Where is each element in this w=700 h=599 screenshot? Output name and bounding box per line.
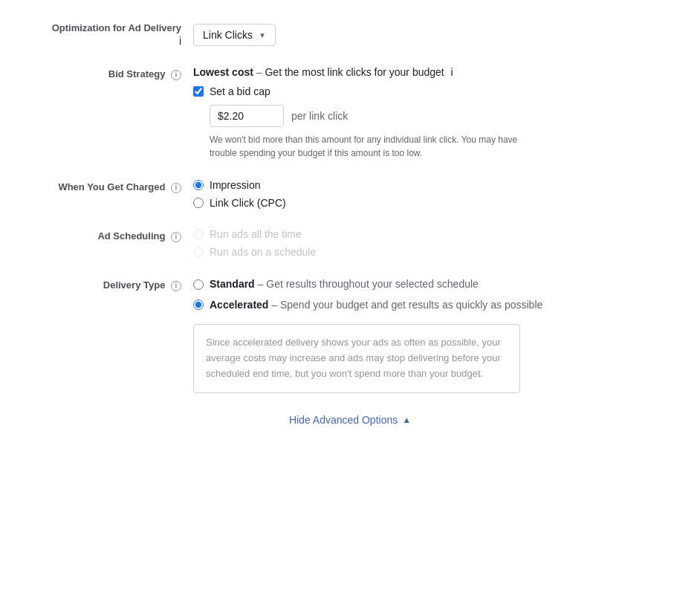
accelerated-delivery-row: Accelerated – Spend your budget and get … <box>193 298 670 313</box>
link-click-cpc-label[interactable]: Link Click (CPC) <box>210 197 286 209</box>
optimization-label: Optimization for Ad Delivery <box>52 22 181 33</box>
bid-strategy-dash: – <box>253 66 265 78</box>
bid-strategy-title: Lowest cost – Get the most link clicks f… <box>193 66 670 78</box>
standard-label-strong: Standard <box>210 278 255 290</box>
ad-scheduling-content: Run ads all the time Run ads on a schedu… <box>193 227 670 258</box>
run-ads-all-time-row: Run ads all the time <box>193 228 670 240</box>
accelerated-label-desc: – Spend your budget and get results as q… <box>268 299 542 311</box>
bid-strategy-strong: Lowest cost <box>193 66 253 78</box>
run-ads-all-time-label: Run ads all the time <box>210 228 302 240</box>
when-charged-content: Impression Link Click (CPC) <box>193 178 670 209</box>
delivery-type-content: Standard – Get results throughout your s… <box>193 276 670 393</box>
accelerated-note: Since accelerated delivery shows your ad… <box>193 324 520 392</box>
accelerated-delivery-label[interactable]: Accelerated – Spend your budget and get … <box>210 298 542 313</box>
standard-delivery-row: Standard – Get results throughout your s… <box>193 277 670 292</box>
hide-advanced-link[interactable]: Hide Advanced Options <box>289 414 398 426</box>
impression-radio[interactable] <box>193 180 204 190</box>
delivery-type-label: Delivery Type i <box>30 276 193 292</box>
dropdown-arrow-icon: ▼ <box>259 31 266 39</box>
when-charged-info-icon[interactable]: i <box>171 183 181 193</box>
run-ads-all-time-radio[interactable] <box>193 229 204 239</box>
bid-cap-checkbox-row: Set a bid cap <box>193 85 670 97</box>
bid-strategy-info-icon[interactable]: i <box>171 70 181 80</box>
link-click-radio-row: Link Click (CPC) <box>193 197 670 209</box>
bid-cap-label[interactable]: Set a bid cap <box>210 85 270 97</box>
chevron-up-icon: ▲ <box>402 415 411 425</box>
accelerated-delivery-radio[interactable] <box>193 300 204 310</box>
standard-label-desc: – Get results throughout your selected s… <box>255 278 479 290</box>
impression-label[interactable]: Impression <box>210 179 260 191</box>
bid-strategy-desc: Get the most link clicks for your budget <box>265 66 444 78</box>
bid-input-row: per link click <box>210 105 670 127</box>
delivery-type-info-icon[interactable]: i <box>171 281 181 291</box>
bid-strategy-content: Lowest cost – Get the most link clicks f… <box>193 65 670 160</box>
run-ads-schedule-label: Run ads on a schedule <box>210 246 316 258</box>
bid-amount-input[interactable] <box>210 105 284 127</box>
bid-hint: We won't bid more than this amount for a… <box>210 133 522 160</box>
delivery-type-radio-group: Standard – Get results throughout your s… <box>193 277 670 312</box>
run-ads-schedule-radio[interactable] <box>193 247 204 257</box>
optimization-label-block: Optimization for Ad Delivery i <box>30 22 193 47</box>
when-charged-label: When You Get Charged i <box>30 178 193 194</box>
run-ads-schedule-row: Run ads on a schedule <box>193 246 670 258</box>
impression-radio-row: Impression <box>193 179 670 191</box>
hide-advanced-row: Hide Advanced Options ▲ <box>30 414 670 433</box>
accelerated-label-strong: Accelerated <box>210 299 268 311</box>
bid-cap-checkbox[interactable] <box>193 86 204 97</box>
ad-scheduling-info-icon[interactable]: i <box>171 232 181 242</box>
bid-strategy-title-info-icon[interactable]: i <box>451 66 453 78</box>
ad-scheduling-label: Ad Scheduling i <box>30 227 193 243</box>
optimization-dropdown[interactable]: Link Clicks ▼ <box>193 24 276 46</box>
optimization-info-icon[interactable]: i <box>179 35 181 47</box>
standard-delivery-radio[interactable] <box>193 279 204 290</box>
ad-scheduling-radio-group: Run ads all the time Run ads on a schedu… <box>193 228 670 258</box>
bid-strategy-label: Bid Strategy i <box>30 65 193 81</box>
link-click-cpc-radio[interactable] <box>193 198 204 208</box>
optimization-content: Link Clicks ▼ <box>193 22 670 46</box>
when-charged-radio-group: Impression Link Click (CPC) <box>193 179 670 209</box>
per-link-click-label: per link click <box>291 110 348 122</box>
optimization-dropdown-value: Link Clicks <box>203 29 253 41</box>
standard-delivery-label[interactable]: Standard – Get results throughout your s… <box>210 277 479 292</box>
